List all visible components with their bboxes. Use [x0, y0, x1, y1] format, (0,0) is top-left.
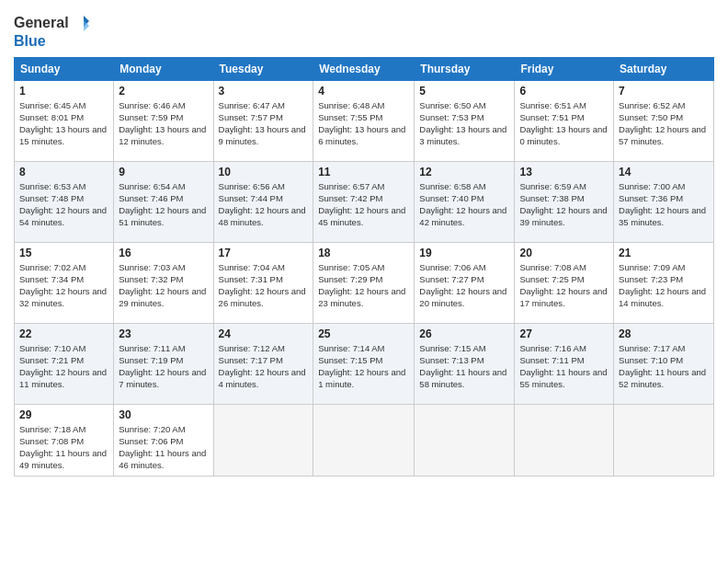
- day-detail: Sunrise: 6:45 AMSunset: 8:01 PMDaylight:…: [19, 99, 108, 148]
- calendar-cell: 2Sunrise: 6:46 AMSunset: 7:59 PMDaylight…: [114, 80, 213, 161]
- weekday-header-saturday: Saturday: [614, 57, 714, 80]
- day-number: 2: [119, 85, 208, 98]
- day-number: 18: [318, 247, 409, 259]
- calendar-cell: 16Sunrise: 7:03 AMSunset: 7:32 PMDayligh…: [114, 242, 213, 323]
- calendar-week-row: 22Sunrise: 7:10 AMSunset: 7:21 PMDayligh…: [15, 323, 714, 404]
- day-number: 8: [19, 166, 108, 178]
- day-number: 10: [219, 166, 309, 178]
- day-number: 27: [519, 327, 609, 340]
- calendar-cell: 22Sunrise: 7:10 AMSunset: 7:21 PMDayligh…: [15, 323, 114, 404]
- weekday-header-monday: Monday: [114, 57, 213, 80]
- day-detail: Sunrise: 7:08 AMSunset: 7:25 PMDaylight:…: [519, 261, 609, 310]
- day-detail: Sunrise: 7:16 AMSunset: 7:11 PMDaylight:…: [519, 342, 609, 391]
- day-number: 11: [318, 166, 409, 178]
- day-number: 17: [219, 247, 309, 259]
- day-number: 9: [119, 166, 208, 178]
- day-detail: Sunrise: 6:50 AMSunset: 7:53 PMDaylight:…: [419, 99, 509, 148]
- day-number: 20: [519, 247, 609, 259]
- logo-blue: Blue: [14, 33, 91, 50]
- calendar-cell: [213, 404, 313, 476]
- day-detail: Sunrise: 6:54 AMSunset: 7:46 PMDaylight:…: [119, 180, 208, 229]
- day-detail: Sunrise: 7:15 AMSunset: 7:13 PMDaylight:…: [419, 342, 509, 391]
- day-detail: Sunrise: 6:53 AMSunset: 7:48 PMDaylight:…: [19, 180, 108, 229]
- calendar-cell: 27Sunrise: 7:16 AMSunset: 7:11 PMDayligh…: [515, 323, 614, 404]
- calendar-cell: [415, 404, 515, 476]
- weekday-header-sunday: Sunday: [15, 57, 114, 80]
- calendar-cell: [614, 404, 714, 476]
- day-detail: Sunrise: 6:57 AMSunset: 7:42 PMDaylight:…: [318, 180, 409, 229]
- day-detail: Sunrise: 6:47 AMSunset: 7:57 PMDaylight:…: [219, 99, 309, 148]
- day-detail: Sunrise: 6:52 AMSunset: 7:50 PMDaylight:…: [619, 99, 709, 148]
- calendar-cell: 18Sunrise: 7:05 AMSunset: 7:29 PMDayligh…: [313, 242, 415, 323]
- calendar-cell: 12Sunrise: 6:58 AMSunset: 7:40 PMDayligh…: [415, 161, 515, 242]
- calendar-cell: 23Sunrise: 7:11 AMSunset: 7:19 PMDayligh…: [114, 323, 213, 404]
- day-detail: Sunrise: 7:20 AMSunset: 7:06 PMDaylight:…: [119, 423, 208, 472]
- day-number: 1: [19, 85, 108, 98]
- calendar-header-row: SundayMondayTuesdayWednesdayThursdayFrid…: [15, 57, 714, 80]
- day-detail: Sunrise: 7:17 AMSunset: 7:10 PMDaylight:…: [619, 342, 709, 391]
- calendar-table: SundayMondayTuesdayWednesdayThursdayFrid…: [14, 57, 714, 477]
- day-number: 13: [519, 166, 609, 178]
- calendar-cell: 15Sunrise: 7:02 AMSunset: 7:34 PMDayligh…: [15, 242, 114, 323]
- calendar-cell: 24Sunrise: 7:12 AMSunset: 7:17 PMDayligh…: [213, 323, 313, 404]
- day-number: 15: [19, 247, 108, 259]
- day-detail: Sunrise: 7:10 AMSunset: 7:21 PMDaylight:…: [19, 342, 108, 391]
- day-number: 22: [19, 327, 108, 340]
- day-detail: Sunrise: 6:51 AMSunset: 7:51 PMDaylight:…: [519, 99, 609, 148]
- day-detail: Sunrise: 7:05 AMSunset: 7:29 PMDaylight:…: [318, 261, 409, 310]
- weekday-header-tuesday: Tuesday: [213, 57, 313, 80]
- day-detail: Sunrise: 7:09 AMSunset: 7:23 PMDaylight:…: [619, 261, 709, 310]
- day-detail: Sunrise: 7:14 AMSunset: 7:15 PMDaylight:…: [318, 342, 409, 391]
- calendar-cell: 20Sunrise: 7:08 AMSunset: 7:25 PMDayligh…: [515, 242, 614, 323]
- day-number: 16: [119, 247, 208, 259]
- calendar-week-row: 29Sunrise: 7:18 AMSunset: 7:08 PMDayligh…: [15, 404, 714, 476]
- day-number: 19: [419, 247, 509, 259]
- calendar-cell: [313, 404, 415, 476]
- day-detail: Sunrise: 6:46 AMSunset: 7:59 PMDaylight:…: [119, 99, 208, 148]
- day-detail: Sunrise: 7:12 AMSunset: 7:17 PMDaylight:…: [219, 342, 309, 391]
- calendar-cell: 11Sunrise: 6:57 AMSunset: 7:42 PMDayligh…: [313, 161, 415, 242]
- day-number: 29: [19, 408, 108, 421]
- calendar-cell: 9Sunrise: 6:54 AMSunset: 7:46 PMDaylight…: [114, 161, 213, 242]
- calendar-cell: 14Sunrise: 7:00 AMSunset: 7:36 PMDayligh…: [614, 161, 714, 242]
- day-detail: Sunrise: 6:58 AMSunset: 7:40 PMDaylight:…: [419, 180, 509, 229]
- page-header: General Blue: [14, 9, 714, 50]
- day-number: 25: [318, 327, 409, 340]
- weekday-header-wednesday: Wednesday: [313, 57, 415, 80]
- calendar-week-row: 1Sunrise: 6:45 AMSunset: 8:01 PMDaylight…: [15, 80, 714, 161]
- day-detail: Sunrise: 7:00 AMSunset: 7:36 PMDaylight:…: [619, 180, 709, 229]
- calendar-cell: 13Sunrise: 6:59 AMSunset: 7:38 PMDayligh…: [515, 161, 614, 242]
- day-number: 24: [219, 327, 309, 340]
- day-number: 14: [619, 166, 709, 178]
- day-detail: Sunrise: 6:48 AMSunset: 7:55 PMDaylight:…: [318, 99, 409, 148]
- day-detail: Sunrise: 7:11 AMSunset: 7:19 PMDaylight:…: [119, 342, 208, 391]
- day-number: 21: [619, 247, 709, 259]
- calendar-week-row: 15Sunrise: 7:02 AMSunset: 7:34 PMDayligh…: [15, 242, 714, 323]
- day-number: 6: [519, 85, 609, 98]
- day-number: 12: [419, 166, 509, 178]
- day-number: 28: [619, 327, 709, 340]
- day-number: 4: [318, 85, 409, 98]
- day-number: 26: [419, 327, 509, 340]
- calendar-cell: 25Sunrise: 7:14 AMSunset: 7:15 PMDayligh…: [313, 323, 415, 404]
- day-detail: Sunrise: 7:02 AMSunset: 7:34 PMDaylight:…: [19, 261, 108, 310]
- calendar-cell: [515, 404, 614, 476]
- calendar-cell: 8Sunrise: 6:53 AMSunset: 7:48 PMDaylight…: [15, 161, 114, 242]
- calendar-cell: 1Sunrise: 6:45 AMSunset: 8:01 PMDaylight…: [15, 80, 114, 161]
- calendar-cell: 28Sunrise: 7:17 AMSunset: 7:10 PMDayligh…: [614, 323, 714, 404]
- day-number: 23: [119, 327, 208, 340]
- calendar-cell: 21Sunrise: 7:09 AMSunset: 7:23 PMDayligh…: [614, 242, 714, 323]
- calendar-cell: 10Sunrise: 6:56 AMSunset: 7:44 PMDayligh…: [213, 161, 313, 242]
- logo-general: General: [14, 15, 69, 31]
- day-number: 30: [119, 408, 208, 421]
- calendar-cell: 26Sunrise: 7:15 AMSunset: 7:13 PMDayligh…: [415, 323, 515, 404]
- day-detail: Sunrise: 7:03 AMSunset: 7:32 PMDaylight:…: [119, 261, 208, 310]
- calendar-cell: 29Sunrise: 7:18 AMSunset: 7:08 PMDayligh…: [15, 404, 114, 476]
- day-number: 7: [619, 85, 709, 98]
- logo: General Blue: [14, 9, 91, 50]
- day-number: 5: [419, 85, 509, 98]
- calendar-cell: 5Sunrise: 6:50 AMSunset: 7:53 PMDaylight…: [415, 80, 515, 161]
- calendar-cell: 4Sunrise: 6:48 AMSunset: 7:55 PMDaylight…: [313, 80, 415, 161]
- weekday-header-thursday: Thursday: [415, 57, 515, 80]
- day-detail: Sunrise: 7:18 AMSunset: 7:08 PMDaylight:…: [19, 423, 108, 472]
